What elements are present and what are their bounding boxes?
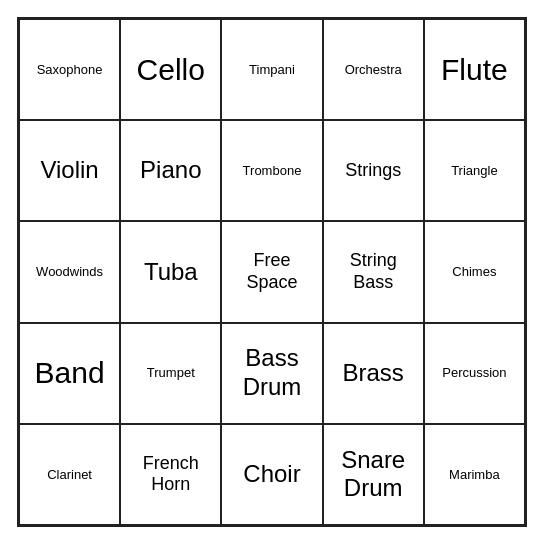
- cell-label-3: Orchestra: [328, 62, 419, 78]
- bingo-cell-11: Tuba: [120, 221, 221, 322]
- bingo-cell-9: Triangle: [424, 120, 525, 221]
- bingo-cell-24: Marimba: [424, 424, 525, 525]
- cell-label-14: Chimes: [429, 264, 520, 280]
- cell-label-10: Woodwinds: [24, 264, 115, 280]
- cell-label-0: Saxophone: [24, 62, 115, 78]
- cell-label-4: Flute: [429, 52, 520, 88]
- cell-label-1: Cello: [125, 52, 216, 88]
- bingo-cell-14: Chimes: [424, 221, 525, 322]
- bingo-card: SaxophoneCelloTimpaniOrchestraFluteVioli…: [17, 17, 527, 527]
- bingo-cell-12: Free Space: [221, 221, 322, 322]
- cell-label-5: Violin: [24, 156, 115, 185]
- bingo-cell-22: Choir: [221, 424, 322, 525]
- bingo-cell-18: Brass: [323, 323, 424, 424]
- bingo-cell-15: Band: [19, 323, 120, 424]
- bingo-cell-1: Cello: [120, 19, 221, 120]
- cell-label-17: Bass Drum: [226, 344, 317, 402]
- bingo-cell-3: Orchestra: [323, 19, 424, 120]
- cell-label-23: Snare Drum: [328, 446, 419, 504]
- cell-label-22: Choir: [226, 460, 317, 489]
- bingo-cell-7: Trombone: [221, 120, 322, 221]
- bingo-cell-0: Saxophone: [19, 19, 120, 120]
- bingo-cell-19: Percussion: [424, 323, 525, 424]
- bingo-cell-23: Snare Drum: [323, 424, 424, 525]
- cell-label-8: Strings: [328, 160, 419, 182]
- bingo-cell-5: Violin: [19, 120, 120, 221]
- cell-label-19: Percussion: [429, 365, 520, 381]
- cell-label-2: Timpani: [226, 62, 317, 78]
- bingo-cell-2: Timpani: [221, 19, 322, 120]
- cell-label-21: French Horn: [125, 453, 216, 496]
- cell-label-9: Triangle: [429, 163, 520, 179]
- cell-label-16: Trumpet: [125, 365, 216, 381]
- cell-label-7: Trombone: [226, 163, 317, 179]
- cell-label-12: Free Space: [226, 250, 317, 293]
- cell-label-13: String Bass: [328, 250, 419, 293]
- cell-label-18: Brass: [328, 359, 419, 388]
- bingo-cell-16: Trumpet: [120, 323, 221, 424]
- bingo-cell-6: Piano: [120, 120, 221, 221]
- cell-label-15: Band: [24, 355, 115, 391]
- cell-label-6: Piano: [125, 156, 216, 185]
- bingo-cell-8: Strings: [323, 120, 424, 221]
- bingo-cell-17: Bass Drum: [221, 323, 322, 424]
- cell-label-24: Marimba: [429, 467, 520, 483]
- bingo-cell-4: Flute: [424, 19, 525, 120]
- bingo-cell-20: Clarinet: [19, 424, 120, 525]
- cell-label-20: Clarinet: [24, 467, 115, 483]
- bingo-cell-13: String Bass: [323, 221, 424, 322]
- bingo-cell-21: French Horn: [120, 424, 221, 525]
- cell-label-11: Tuba: [125, 258, 216, 287]
- bingo-cell-10: Woodwinds: [19, 221, 120, 322]
